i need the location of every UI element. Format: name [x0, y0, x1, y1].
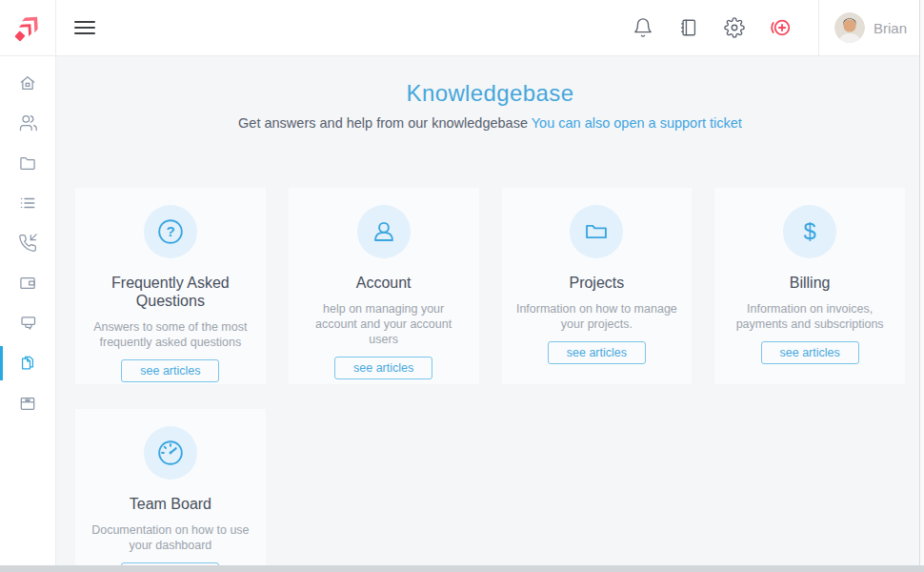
menu-toggle-button[interactable]: [64, 0, 106, 55]
page-subtitle: Get answers and help from our knowledgeb…: [75, 115, 905, 131]
card-billing: $ Billing Information on invoices, payme…: [714, 188, 905, 384]
sidebar-item-wallet[interactable]: [0, 263, 55, 303]
app-logo[interactable]: [0, 0, 56, 55]
sidebar-item-home[interactable]: [0, 63, 55, 103]
subtitle-text: Get answers and help from our knowledgeb…: [238, 115, 528, 131]
circle-plus-icon[interactable]: [768, 15, 796, 40]
header-actions: Brian: [620, 0, 924, 55]
card-title: Team Board: [89, 495, 252, 513]
chat-icon: [18, 314, 37, 333]
archive-box-icon: [18, 394, 37, 413]
home-icon: [18, 73, 37, 92]
users-icon: [18, 113, 37, 133]
sidebar-item-folder[interactable]: [0, 143, 55, 183]
pages-icon: [18, 354, 37, 373]
sidebar-nav: [0, 56, 56, 565]
sidebar-item-chat[interactable]: [0, 303, 55, 343]
see-articles-button[interactable]: see articles: [761, 341, 859, 364]
page-title: Knowledgebase: [75, 80, 905, 107]
card-description: Information on how to manage your projec…: [515, 301, 679, 332]
sidebar-item-calls[interactable]: [0, 223, 55, 263]
speedometer-icon: [144, 426, 197, 480]
card-description: help on managing your account and your a…: [302, 301, 466, 347]
phone-incoming-icon: [18, 234, 37, 253]
card-projects: Projects Information on how to manage yo…: [502, 188, 693, 384]
top-bar: Brian: [0, 0, 924, 56]
svg-text:$: $: [804, 219, 816, 244]
folder-icon: [18, 153, 37, 173]
card-description: Answers to some of the most frequently a…: [89, 319, 252, 350]
dollar-icon: $: [783, 205, 836, 258]
notebook-icon[interactable]: [676, 15, 701, 40]
main-content: Knowledgebase Get answers and help from …: [56, 56, 924, 565]
wallet-icon: [18, 274, 37, 293]
question-circle-icon: ?: [144, 205, 197, 258]
card-account: Account help on managing your account an…: [289, 188, 479, 384]
card-title: Projects: [515, 274, 679, 292]
sidebar-item-list[interactable]: [0, 183, 55, 223]
card-faq: ? Frequently Asked Questions Answers to …: [75, 188, 266, 384]
logo-icon: [10, 10, 45, 45]
sidebar-item-users[interactable]: [0, 103, 55, 143]
card-description: Information on invoices, payments and su…: [728, 301, 892, 332]
horizontal-scrollbar[interactable]: [0, 565, 924, 572]
list-icon: [18, 194, 37, 213]
card-title: Frequently Asked Questions: [89, 274, 252, 310]
card-title: Billing: [728, 274, 892, 292]
gear-icon[interactable]: [722, 15, 747, 40]
vertical-scrollbar[interactable]: [919, 0, 924, 565]
see-articles-button[interactable]: see articles: [334, 357, 432, 379]
user-name: Brian: [874, 20, 907, 36]
avatar: [834, 12, 865, 43]
svg-text:?: ?: [166, 223, 174, 239]
knowledgebase-cards: ? Frequently Asked Questions Answers to …: [75, 188, 905, 565]
see-articles-button[interactable]: see articles: [121, 359, 219, 382]
user-menu[interactable]: Brian: [818, 0, 924, 55]
see-articles-button[interactable]: see articles: [548, 341, 646, 364]
app-window: Brian: [0, 0, 924, 565]
sidebar-item-archive[interactable]: [0, 383, 55, 423]
card-team-board: Team Board Documentation on how to use y…: [75, 409, 266, 565]
open-support-ticket-link[interactable]: You can also open a support ticket: [532, 115, 742, 131]
sidebar-item-knowledgebase[interactable]: [0, 343, 55, 383]
card-title: Account: [302, 274, 466, 292]
folder-icon: [570, 205, 623, 258]
card-description: Documentation on how to use your dashboa…: [89, 522, 252, 553]
person-icon: [357, 205, 411, 258]
bell-icon[interactable]: [631, 15, 655, 40]
